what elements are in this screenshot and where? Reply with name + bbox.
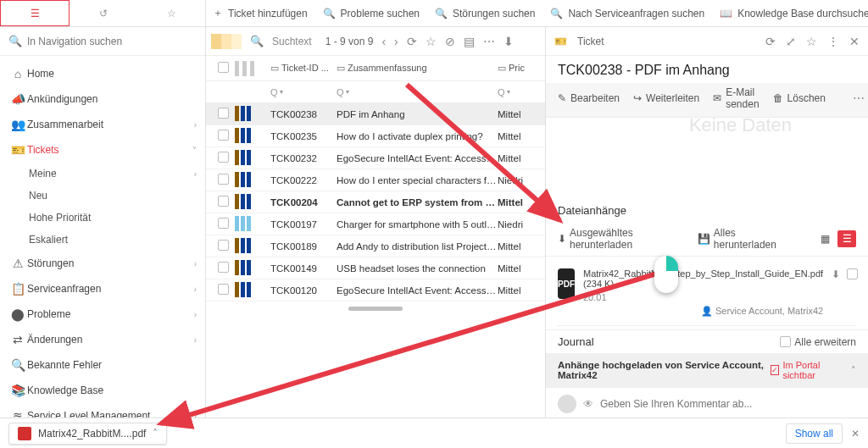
chevron-up-icon[interactable]: ˄ <box>153 428 158 440</box>
lanes-header[interactable] <box>235 61 270 76</box>
expand-icon[interactable]: ⤢ <box>786 35 796 48</box>
row-lanes <box>235 216 270 233</box>
show-all-button[interactable]: Show all <box>786 423 843 444</box>
main: ＋Ticket hinzufügen🔍Probleme suchen🔍Störu… <box>206 0 868 418</box>
row-checkbox[interactable] <box>218 108 229 119</box>
topbar-action[interactable]: 📖Knowledge Base durchsuchen <box>720 8 868 19</box>
nav-item[interactable]: 📋Serviceanfragen› <box>0 276 205 301</box>
ticket-row[interactable]: TCK00149USB headset loses the connection… <box>206 257 545 279</box>
delete-button[interactable]: 🗑Löschen <box>773 92 826 104</box>
download-chip[interactable]: Matrix42_RabbitM....pdf ˄ <box>8 423 167 445</box>
download-file-icon[interactable]: ⬇ <box>832 268 840 317</box>
download-icon[interactable]: ⬇ <box>504 35 514 48</box>
nav-item[interactable]: 📚Knowledge Base <box>0 378 205 403</box>
grid-view-button[interactable]: ▦ <box>815 230 834 247</box>
list-view-button[interactable]: ☰ <box>837 230 856 247</box>
sidebar-tab-favorites[interactable]: ☆ <box>137 0 205 26</box>
topbar-action[interactable]: 🔍Probleme suchen <box>323 8 420 19</box>
nav-sub-item[interactable]: Eskaliert <box>29 229 205 251</box>
nav-item[interactable]: 👥Zusammenarbeit› <box>0 112 205 137</box>
download-selected-button[interactable]: ⬇Ausgewähltes herunterladen <box>558 227 686 251</box>
nav-item[interactable]: ⇄Änderungen› <box>0 327 205 352</box>
next-icon[interactable]: › <box>394 35 398 48</box>
topbar-action[interactable]: ＋Ticket hinzufügen <box>213 6 308 20</box>
prev-icon[interactable]: ‹ <box>381 35 386 48</box>
close-icon[interactable]: ✕ <box>849 35 860 48</box>
export-icon[interactable]: ▤ <box>464 35 475 48</box>
more-icon[interactable]: ⋮ <box>827 35 839 48</box>
topbar-action[interactable]: 🔍Nach Serviceanfragen suchen <box>550 8 704 19</box>
nav-item[interactable]: 🎫Tickets˅ <box>0 137 205 163</box>
nav-item[interactable]: ⌂Home <box>0 61 205 86</box>
sidebar-search-input[interactable] <box>27 36 197 47</box>
journal-entry[interactable]: Anhänge hochgeladen von Service Account,… <box>546 353 868 387</box>
ticket-row[interactable]: TCK00235How do I activate duplex printin… <box>206 125 545 147</box>
nav-item[interactable]: ⚠Störungen› <box>0 251 205 276</box>
ticket-row[interactable]: TCK00222How do I enter special character… <box>206 169 545 191</box>
expand-all-toggle[interactable]: Alle erweitern <box>780 336 856 348</box>
ticket-row[interactable]: TCK00197Charger for smartphone with 5 ou… <box>206 213 545 235</box>
color-filter[interactable] <box>211 34 242 49</box>
more-icon[interactable]: ⋯ <box>483 35 495 48</box>
file-date: 20.01 <box>583 292 823 302</box>
refresh-icon[interactable]: ⟳ <box>407 35 417 48</box>
row-lanes <box>235 260 270 277</box>
row-priority: Mittel <box>498 153 540 163</box>
nav-sub-item[interactable]: Hohe Priorität <box>29 207 205 229</box>
close-downloads-icon[interactable]: ✕ <box>851 428 860 440</box>
col-priority[interactable]: ▭Pric <box>498 63 540 74</box>
eye-icon[interactable]: 👁 <box>583 398 593 410</box>
row-checkbox[interactable] <box>218 240 229 251</box>
sidebar-tab-history[interactable]: ↺ <box>70 0 137 26</box>
more-actions-icon[interactable]: ⋯ <box>853 91 865 105</box>
row-checkbox[interactable] <box>218 152 229 163</box>
nav-item[interactable]: 🔍Bekannte Fehler <box>0 352 205 378</box>
sidebar-search: 🔍 <box>0 27 205 56</box>
nav-sub-item[interactable]: Neu <box>29 185 205 207</box>
comment-input[interactable] <box>600 398 856 410</box>
link-icon[interactable]: ⊘ <box>445 35 455 48</box>
edit-button[interactable]: ✎Bearbeiten <box>558 92 620 104</box>
attachment-item[interactable]: PDF Matrix42_RabbitMQ_Step_by_Step_Insta… <box>558 268 856 326</box>
ticket-row[interactable]: TCK00204Cannot get to ERP system from ho… <box>206 191 545 213</box>
row-checkbox[interactable] <box>218 196 229 207</box>
forward-button[interactable]: ↪Weiterleiten <box>633 92 699 104</box>
col-ticket-id[interactable]: ▭Ticket-ID ... <box>270 63 337 74</box>
mail-button[interactable]: ✉E-Mail senden <box>713 86 759 110</box>
download-all-button[interactable]: 💾Alles herunterladen <box>698 227 792 251</box>
detail-toolbar: 🎫 Ticket ⟳ ⤢ ☆ ⋮ ✕ <box>546 27 868 56</box>
row-checkbox[interactable] <box>218 284 229 295</box>
nav-item[interactable]: ⬤Probleme› <box>0 301 205 327</box>
ticket-row[interactable]: TCK00232EgoSecure IntellAct Event: Acces… <box>206 147 545 169</box>
star-icon[interactable]: ☆ <box>426 35 437 48</box>
nav-icon: ⚠ <box>8 257 27 270</box>
row-checkbox[interactable] <box>218 218 229 229</box>
scrollbar[interactable] <box>348 307 403 311</box>
filter-priority[interactable]: Q▾ <box>498 87 540 97</box>
row-checkbox[interactable] <box>218 262 229 273</box>
col-summary[interactable]: ▭Zusammenfassung <box>337 63 498 74</box>
sidebar: ☰ ↺ ☆ 🔍 ⌂Home📣Ankündigungen👥Zusammenarbe… <box>0 0 206 418</box>
topbar-action[interactable]: 🔍Störungen suchen <box>435 8 535 19</box>
portal-visible-toggle[interactable]: ✓Im Portal sichtbar˄ <box>771 360 856 380</box>
filter-id[interactable]: Q▾ <box>270 87 337 97</box>
refresh-icon[interactable]: ⟳ <box>765 35 776 48</box>
list-search-label[interactable]: Suchtext <box>272 36 312 47</box>
filter-summary[interactable]: Q▾ <box>337 87 498 97</box>
nav-item[interactable]: ≋Service Level Management› <box>0 403 205 418</box>
ticket-row[interactable]: TCK00238PDF im AnhangMittel <box>206 103 545 125</box>
sidebar-tab-list[interactable]: ☰ <box>0 0 70 26</box>
row-checkbox[interactable] <box>218 174 229 185</box>
chevron-icon: ˅ <box>192 146 197 155</box>
ticket-row[interactable]: TCK00120EgoSecure IntellAct Event: Acces… <box>206 279 545 301</box>
nav-sub-item[interactable]: Meine› <box>29 163 205 185</box>
file-checkbox[interactable] <box>847 268 858 279</box>
ticket-rows: TCK00238PDF im AnhangMittelTCK00235How d… <box>206 103 545 301</box>
detail-body: Keine Daten Dateianhänge ⬇Ausgewähltes h… <box>546 118 868 418</box>
row-checkbox[interactable] <box>218 130 229 141</box>
star-icon[interactable]: ☆ <box>806 35 817 48</box>
select-all-checkbox[interactable] <box>218 62 229 73</box>
search-icon[interactable]: 🔍 <box>250 35 264 47</box>
nav-item[interactable]: 📣Ankündigungen <box>0 86 205 112</box>
ticket-row[interactable]: TCK00189Add Andy to distribution list Pr… <box>206 235 545 257</box>
